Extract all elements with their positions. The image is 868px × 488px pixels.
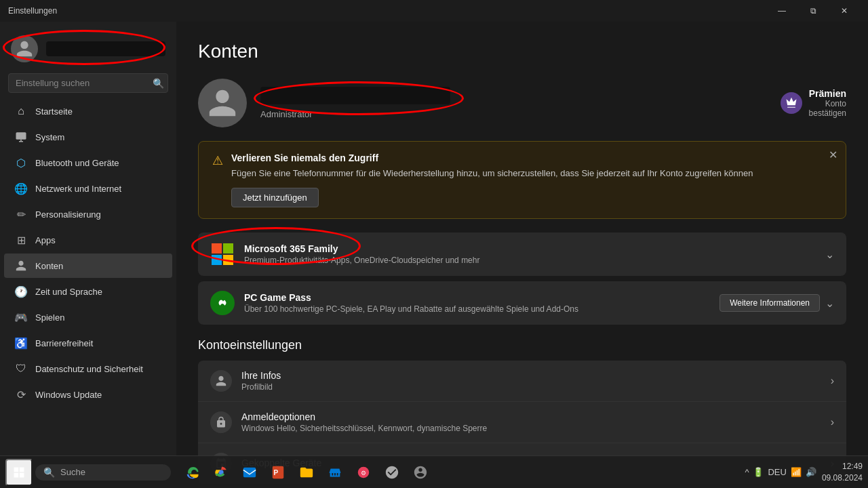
taskbar: 🔍 Suche P ⚙ ^ � — [0, 455, 868, 488]
gamepass-subscription-item[interactable]: PC Game Pass Über 100 hochwertige PC-Spi… — [198, 281, 846, 325]
svg-rect-10 — [14, 472, 19, 477]
warning-icon: ⚠ — [212, 153, 223, 168]
svg-text:⚙: ⚙ — [361, 469, 366, 476]
warning-banner: ⚠ Verlieren Sie niemals den Zugriff Füge… — [198, 141, 846, 219]
ms365-subscription-wrapper: Microsoft 365 Family Premium-Produktivit… — [198, 232, 846, 276]
ihre-infos-info: Ihre Infos Profilbild — [241, 370, 821, 392]
spielen-icon: 🎮 — [15, 311, 27, 323]
app-container: 🔍 ⌂ Startseite System ⬡ Bluetooth und Ge… — [0, 22, 868, 488]
tray-lang: DEU — [768, 467, 786, 477]
taskbar-search-icon: 🔍 — [43, 467, 55, 478]
barrierefreiheit-icon: ♿ — [15, 337, 27, 349]
apps-icon: ⊞ — [15, 234, 27, 246]
nav-item-barrierefreiheit[interactable]: ♿ Barrierefreiheit — [4, 331, 172, 355]
nav-item-startseite[interactable]: ⌂ Startseite — [4, 99, 172, 123]
taskbar-app-outlook[interactable] — [236, 459, 263, 486]
taskbar-app-edge[interactable] — [179, 459, 206, 486]
search-icon-button[interactable]: 🔍 — [153, 78, 164, 89]
tray-battery: 🔋 — [753, 467, 764, 477]
nav-item-system[interactable]: System — [4, 125, 172, 149]
taskbar-search[interactable]: 🔍 Suche — [35, 464, 171, 481]
premium-icon — [781, 92, 802, 114]
nav-item-bluetooth[interactable]: ⬡ Bluetooth und Geräte — [4, 150, 172, 175]
titlebar: Einstellungen — ⧉ ✕ — [0, 0, 868, 22]
nav-label-zeit: Zeit und Sprache — [35, 287, 102, 297]
titlebar-title: Einstellungen — [8, 6, 57, 16]
profile-name-redacted — [260, 87, 450, 104]
svg-rect-8 — [14, 467, 19, 472]
nav-item-konten[interactable]: Konten — [4, 253, 172, 278]
svg-rect-3 — [212, 243, 222, 253]
taskbar-app-powerpoint[interactable]: P — [264, 459, 292, 486]
gamepass-chevron-icon: ⌄ — [825, 297, 834, 310]
tray-clock[interactable]: 12:49 09.08.2024 — [822, 461, 863, 484]
personalization-icon: ✏ — [15, 208, 27, 220]
premium-subtitle: Konto bestätigen — [809, 99, 846, 118]
nav-label-personalization: Personalisierung — [35, 209, 101, 220]
svg-rect-11 — [20, 472, 24, 477]
close-button[interactable]: ✕ — [829, 0, 860, 22]
nav-label-barrierefreiheit: Barrierefreiheit — [35, 338, 93, 348]
anmeldeoptionen-title: Anmeldeoptionen — [241, 411, 821, 422]
nav-item-datenschutz[interactable]: 🛡 Datenschutz und Sicherheit — [4, 357, 172, 381]
windows-update-icon: ⟳ — [15, 388, 27, 401]
gamepass-title: PC Game Pass — [244, 292, 710, 303]
tray-chevron[interactable]: ^ — [745, 467, 749, 477]
section-heading: Kontoeinstellungen — [198, 338, 846, 352]
profile-section: Administrator Prämien Konto bestätigen — [198, 79, 846, 127]
sidebar-user-header[interactable] — [0, 27, 176, 70]
gamepass-more-button[interactable]: Weitere Informationen — [719, 294, 820, 312]
ihre-infos-title: Ihre Infos — [241, 370, 821, 381]
xbox-icon — [210, 291, 235, 315]
titlebar-controls: — ⧉ ✕ — [766, 0, 860, 22]
svg-text:P: P — [274, 468, 279, 476]
taskbar-app-settings[interactable] — [378, 459, 406, 486]
taskbar-app-store[interactable] — [321, 459, 349, 486]
taskbar-app-unknown[interactable]: ⚙ — [350, 459, 377, 486]
nav-item-spielen[interactable]: 🎮 Spielen — [4, 305, 172, 329]
search-bar: 🔍 — [8, 73, 168, 93]
svg-rect-4 — [223, 243, 233, 253]
nav-label-spielen: Spielen — [35, 312, 64, 323]
nav-item-personalization[interactable]: ✏ Personalisierung — [4, 202, 172, 226]
profile-premium[interactable]: Prämien Konto bestätigen — [781, 88, 846, 118]
warning-add-button[interactable]: Jetzt hinzufügen — [231, 188, 319, 207]
taskbar-apps: P ⚙ — [179, 459, 742, 486]
premium-title: Prämien — [809, 88, 846, 99]
nav-label-konten: Konten — [35, 261, 63, 271]
ms365-description: Premium-Produktivitäts-Apps, OneDrive-Cl… — [244, 256, 816, 265]
warning-close-button[interactable]: ✕ — [829, 148, 837, 161]
network-icon: 🌐 — [15, 182, 27, 195]
taskbar-app-person[interactable] — [407, 459, 434, 486]
nav-item-zeit[interactable]: 🕐 Zeit und Sprache — [4, 279, 172, 304]
anmeldeoptionen-info: Anmeldeoptionen Windows Hello, Sicherhei… — [241, 411, 821, 433]
taskbar-app-chrome[interactable] — [208, 459, 235, 486]
nav-item-apps[interactable]: ⊞ Apps — [4, 228, 172, 252]
main-content: Konten Administrator Prämien — [176, 22, 868, 488]
ms365-subscription-item[interactable]: Microsoft 365 Family Premium-Produktivit… — [198, 232, 846, 276]
maximize-button[interactable]: ⧉ — [797, 0, 829, 22]
ihre-infos-chevron: › — [831, 375, 834, 387]
ihre-infos-desc: Profilbild — [241, 382, 821, 392]
taskbar-tray: ^ 🔋 DEU 📶 🔊 12:49 09.08.2024 — [745, 461, 863, 484]
nav-label-system: System — [35, 132, 64, 142]
gamepass-actions: Weitere Informationen ⌄ — [719, 294, 834, 312]
ms365-chevron-icon: ⌄ — [825, 248, 834, 261]
ms365-title: Microsoft 365 Family — [244, 243, 816, 254]
search-input[interactable] — [8, 73, 168, 93]
nav-item-network[interactable]: 🌐 Netzwerk und Internet — [4, 176, 172, 201]
anmeldeoptionen-item[interactable]: Anmeldeoptionen Windows Hello, Sicherhei… — [198, 402, 846, 443]
sidebar-username-redacted — [46, 41, 165, 56]
start-button[interactable] — [5, 459, 33, 486]
nav-item-windows-update[interactable]: ⟳ Windows Update — [4, 382, 172, 407]
ms365-icon — [210, 242, 235, 266]
svg-rect-6 — [223, 255, 233, 265]
tray-icons: ^ 🔋 DEU 📶 🔊 — [745, 467, 816, 477]
svg-rect-13 — [243, 467, 256, 477]
system-icon — [15, 131, 27, 143]
minimize-button[interactable]: — — [766, 0, 797, 22]
ihre-infos-item[interactable]: Ihre Infos Profilbild › — [198, 361, 846, 402]
premium-text: Prämien Konto bestätigen — [809, 88, 846, 118]
bluetooth-icon: ⬡ — [15, 157, 27, 169]
taskbar-app-explorer[interactable] — [293, 459, 320, 486]
